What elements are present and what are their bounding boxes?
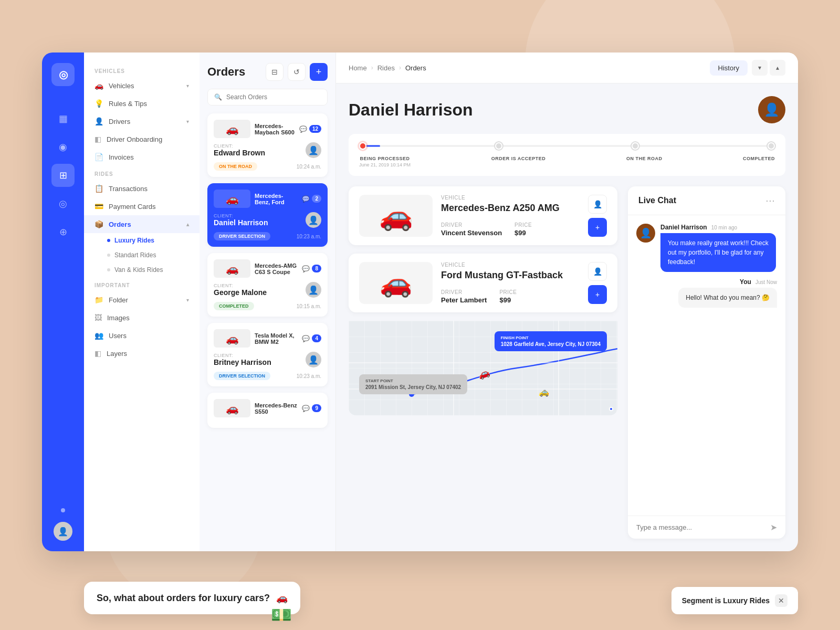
order-card-3[interactable]: 🚗 Mercedes-AMG C63 S Coupe 💬 8 CLIENT: G… <box>207 253 328 317</box>
sidebar-white: VEHICLES 🚗 Vehicles ▾ 💡 Rules & Tips 👤 D… <box>84 52 200 551</box>
vehicle-name-1: Mercedes-Benz A250 AMG <box>441 203 580 214</box>
sidebar-item-rules[interactable]: 💡 Rules & Tips <box>84 94 200 112</box>
chevron-icon-orders: ▴ <box>186 222 189 227</box>
driver-label-1: DRIVER <box>441 222 502 228</box>
breadcrumb-arrows: ▾ ▴ <box>752 60 785 76</box>
chat-msg-2: You Just Now Hello! What do you mean? 🤔 <box>636 278 777 308</box>
breadcrumb-orders[interactable]: Orders <box>405 64 426 72</box>
search-input[interactable] <box>226 93 321 101</box>
orders-icon: 📦 <box>94 220 103 228</box>
driver-label-2: DRIVER <box>441 289 487 295</box>
breadcrumb: Home › Rides › Orders <box>349 64 426 72</box>
bottom-tooltip: So, what about orders for luxury cars? 🚗… <box>84 582 300 614</box>
client-name-4: Britney Harrison <box>214 358 271 366</box>
sidebar-item-folder[interactable]: 📁 Folder ▾ <box>84 291 200 309</box>
progress-label-4: COMPLETED <box>743 156 775 161</box>
status-badge-2: DRIVER SELECTION <box>214 232 270 240</box>
progress-container: BEING PROCESSED June 21, 2019 10:14 PM O… <box>349 134 785 176</box>
order-card-1[interactable]: 🚗 Mercedes-Maybach S600 💬 12 CLIENT: Edw… <box>207 113 328 177</box>
sidebar-item-images[interactable]: 🖼 Images <box>84 309 200 327</box>
chevron-icon: ▾ <box>186 83 189 89</box>
status-badge-3: COMPLETED <box>214 302 254 310</box>
sidebar-icon-grid[interactable]: ⊞ <box>51 164 75 187</box>
order-card-4[interactable]: 🚗 Tesla Model X, BMW M2 💬 4 CLIENT: Brit… <box>207 323 328 386</box>
vehicle-action-outline-2[interactable]: 👤 <box>588 262 607 281</box>
progress-dot-1 <box>359 142 366 150</box>
breadcrumb-sep-2: › <box>399 64 401 71</box>
breadcrumb-home[interactable]: Home <box>349 64 367 72</box>
client-name-2: Daniel Harrison <box>214 218 268 227</box>
orders-header: Orders ⊟ ↺ + <box>207 63 328 81</box>
chat-input[interactable] <box>636 523 766 531</box>
chat-count-3: 8 <box>312 265 321 272</box>
breadcrumb-rides[interactable]: Rides <box>377 64 395 72</box>
arrow-down-btn[interactable]: ▾ <box>752 60 768 76</box>
luxury-label: Luxury Rides <box>114 237 154 244</box>
sidebar-item-transactions[interactable]: 📋 Transactions <box>84 180 200 197</box>
map-start-address: 2091 Mission St, Jersey City, NJ 07402 <box>365 384 461 390</box>
chat-more-icon[interactable]: ⋯ <box>765 195 775 206</box>
client-label-4: CLIENT: <box>214 353 271 358</box>
vehicle-action-primary-2[interactable]: + <box>588 285 607 304</box>
refresh-button[interactable]: ↺ <box>288 63 306 81</box>
sidebar-sub-luxury[interactable]: Luxury Rides <box>107 233 200 248</box>
segment-tooltip: Segment is Luxury Rides ✕ <box>671 587 798 614</box>
history-button[interactable]: History <box>710 60 748 76</box>
filter-button[interactable]: ⊟ <box>266 63 284 81</box>
sidebar-item-label-transactions: Transactions <box>109 185 148 193</box>
section-label-important: IMPORTANT <box>84 277 200 291</box>
user-avatar-sidebar[interactable]: 👤 <box>54 522 72 541</box>
map-dot <box>609 407 613 411</box>
sidebar-dot <box>61 508 65 512</box>
arrow-up-btn[interactable]: ▴ <box>770 60 785 76</box>
add-order-button[interactable]: + <box>310 63 328 81</box>
chat-title: Live Chat <box>638 196 676 205</box>
chat-icon-5: 💬 <box>302 405 310 412</box>
sidebar-icon-moon[interactable]: ◉ <box>51 135 75 159</box>
sidebar-icon-search[interactable]: ⊕ <box>51 220 75 244</box>
driver-name-1: Vincent Stevenson <box>441 229 502 237</box>
sidebar-sub-van[interactable]: Van & Kids Rides <box>107 262 200 277</box>
sidebar-icon-chat[interactable]: ◎ <box>51 192 75 215</box>
sidebar-icon-dashboard[interactable]: ▦ <box>51 107 75 130</box>
sidebar-sub-standard[interactable]: Standart Rides <box>107 248 200 262</box>
map-start-label: Start Point 2091 Mission St, Jersey City… <box>359 374 467 394</box>
map-taxi-icon: 🚕 <box>539 387 549 397</box>
vehicle-card-1: 🚗 VEHICLE Mercedes-Benz A250 AMG DRIVER … <box>349 186 617 245</box>
sidebar-item-invoices[interactable]: 📄 Invoices <box>84 148 200 166</box>
sidebar-item-users[interactable]: 👥 Users <box>84 327 200 344</box>
vehicle-action-outline-1[interactable]: 👤 <box>588 195 607 214</box>
chevron-icon-2: ▾ <box>186 119 189 124</box>
vehicle-label-2: VEHICLE <box>441 262 580 268</box>
segment-close-button[interactable]: ✕ <box>775 594 788 607</box>
chat-send-button[interactable]: ➤ <box>770 522 777 532</box>
sidebar-item-payment-cards[interactable]: 💳 Payment Cards <box>84 197 200 215</box>
sidebar-item-drivers[interactable]: 👤 Drivers ▾ <box>84 112 200 130</box>
sidebar-item-vehicles[interactable]: 🚗 Vehicles ▾ <box>84 77 200 94</box>
progress-dot-3 <box>632 142 639 150</box>
order-card-5[interactable]: 🚗 Mercedes-Benz S550 💬 9 <box>207 393 328 428</box>
map-start-title: Start Point <box>365 379 461 383</box>
order-card-2[interactable]: 🚗 Mercedes-Benz, Ford 💬 2 CLIENT: Daniel… <box>207 183 328 247</box>
client-avatar-4: 👤 <box>306 352 321 368</box>
van-label: Van & Kids Rides <box>114 266 163 274</box>
sidebar-item-onboarding[interactable]: ◧ Driver Onboarding <box>84 130 200 148</box>
client-avatar-2: 👤 <box>306 212 321 228</box>
sidebar-item-orders[interactable]: 📦 Orders ▴ <box>84 215 200 233</box>
chat-count-4: 4 <box>312 334 321 342</box>
right-col: Live Chat ⋯ 👤 Daniel Harrison 10 min <box>628 186 785 539</box>
price-value-2: $99 <box>499 296 517 304</box>
sidebar-item-layers[interactable]: ◧ Layers <box>84 344 200 362</box>
two-col-layout: 🚗 VEHICLE Mercedes-Benz A250 AMG DRIVER … <box>349 186 785 539</box>
map-container: 🚗 🚕 Start Point 2091 Mission St, Jersey … <box>349 321 617 415</box>
vehicle-info-1: VEHICLE Mercedes-Benz A250 AMG DRIVER Vi… <box>441 195 580 237</box>
chat-bubble-2: Hello! What do you mean? 🤔 <box>678 288 777 308</box>
sidebar-item-label-images: Images <box>107 314 130 322</box>
payment-icon: 💳 <box>94 202 103 211</box>
car-name-4: Tesla Model X, BMW M2 <box>255 332 298 345</box>
vehicle-actions-1: 👤 + <box>588 195 607 237</box>
price-label-1: PRICE <box>514 222 532 228</box>
vehicle-info-2: VEHICLE Ford Mustang GT-Fastback DRIVER … <box>441 262 580 304</box>
vehicle-action-primary-1[interactable]: + <box>588 218 607 237</box>
chat-header: Live Chat ⋯ <box>628 186 785 215</box>
